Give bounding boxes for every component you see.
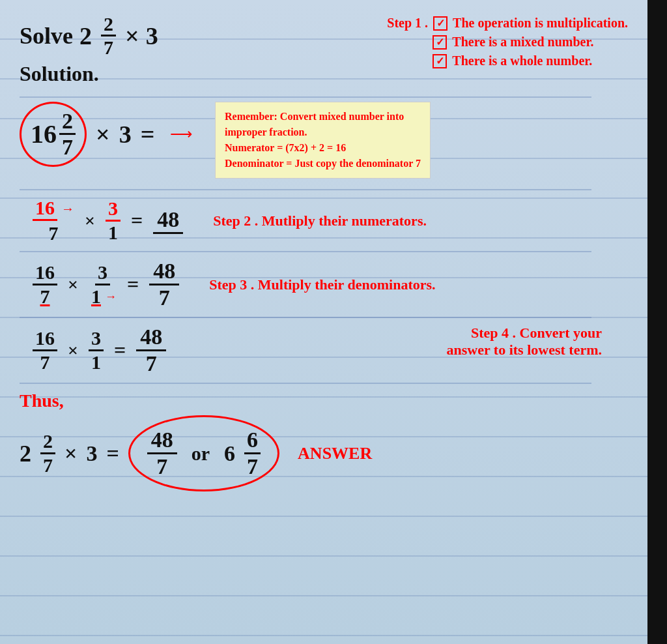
answer-circle: 48 7 or 6 6 7 <box>128 415 279 491</box>
checkbox-1 <box>433 16 447 31</box>
equals-1: = <box>141 120 155 149</box>
times-s3: × <box>68 274 78 295</box>
divider-2 <box>20 189 591 190</box>
times-s4: × <box>68 340 78 361</box>
result-48-7-s4: 48 7 <box>136 325 166 376</box>
den-7-container-s3: 7 <box>38 285 53 308</box>
header-row: Solve 2 2 7 × 3 Solution. Step 1 . The o… <box>20 13 628 93</box>
den-1-s2: 1 <box>106 222 121 244</box>
or-text: or <box>192 443 210 465</box>
num-16-red: 16 <box>33 197 57 221</box>
right-arrow-1: ⟶ <box>170 125 192 143</box>
checkbox-3 <box>433 54 447 68</box>
whole-2-eq: 16 <box>31 119 57 149</box>
num-48-s3: 48 <box>149 259 179 285</box>
frac-2-7-ans: 2 7 <box>40 430 55 476</box>
right-border <box>647 0 667 644</box>
frac-large-den: 7 <box>59 135 76 159</box>
step1-item-3-row: There is a whole number. <box>387 53 628 68</box>
equals-s4: = <box>114 338 126 362</box>
step1-item-3: There is a whole number. <box>452 53 592 68</box>
frac-6-7-circle: 6 7 <box>244 428 261 479</box>
arrow-over-16: 16 → <box>33 197 74 221</box>
frac-48-7-circle: 48 7 <box>147 428 177 479</box>
remember-line3: Numerator = (7x2) + 2 = 16 <box>225 140 421 156</box>
divider-4 <box>20 317 591 318</box>
den-7-final: 7 <box>244 454 261 479</box>
num-48-s2: 48 <box>153 207 183 234</box>
frac-16-7-step3: 16 7 <box>33 261 57 308</box>
num-3-s3: 3 <box>95 261 110 285</box>
step1-label: Step 1 . <box>387 16 428 31</box>
frac-16-7-s4: 16 7 <box>33 327 57 373</box>
main-content: Solve 2 2 7 × 3 Solution. Step 1 . The o… <box>0 0 647 644</box>
num-6-circle: 6 <box>244 428 261 454</box>
three-ans: 3 <box>86 441 97 466</box>
den-1-s4: 1 <box>89 351 104 373</box>
thus-section: Thus, 2 2 7 × 3 = 48 7 or 6 6 7 <box>20 390 628 491</box>
den-1-container-s3: 1 → <box>89 285 117 308</box>
remember-line2: improper fraction. <box>225 124 421 140</box>
circled-mixed-number: 16 2 7 <box>20 102 87 167</box>
frac-16-7-step2: 16 → 7 <box>33 197 74 244</box>
step1-item-2-row: There is a mixed number. <box>387 35 628 50</box>
divider-3 <box>20 251 591 252</box>
three-op: 3 <box>119 120 132 149</box>
step4-label-box: Step 4 . Convert your answer to its lowe… <box>447 325 602 359</box>
num-3-red: 3 <box>106 198 121 222</box>
result-48-s2: 48 <box>153 207 183 234</box>
divider-5 <box>20 383 591 384</box>
eq-section-1: 16 2 7 × 3 = ⟶ Remember: Convert mixed n… <box>20 102 628 180</box>
frac-ans-den: 7 <box>40 454 55 476</box>
thus-label: Thus, <box>20 390 628 411</box>
frac-large-num: 2 <box>59 109 76 135</box>
whole-6-circle: 6 <box>224 441 235 466</box>
times-ans: × <box>64 441 77 466</box>
frac-numerator: 2 <box>101 13 116 37</box>
step4-section: 16 7 × 3 1 = 48 7 Step 4 . Convert your … <box>33 325 628 376</box>
solve-equation: Solve 2 2 7 × 3 <box>20 13 158 58</box>
step2-row: 16 → 7 × 3 1 = 48 Step 2 . Mutliply thei… <box>33 197 628 244</box>
den-7-result-s4: 7 <box>142 351 161 376</box>
den-7-s2: 7 <box>46 222 61 244</box>
num-48-circle: 48 <box>147 428 177 454</box>
step1-item-1: The operation is multiplication. <box>453 16 628 31</box>
step4-eq: 16 7 × 3 1 = 48 7 <box>33 325 166 376</box>
step4-label-line1: Step 4 . Convert your <box>447 325 602 342</box>
frac-3-1-s4: 3 1 <box>89 327 104 373</box>
multiplier: 3 <box>146 22 158 50</box>
frac-3-1-step3: 3 1 → <box>89 261 117 308</box>
step3-row: 16 7 × 3 1 → = 48 7 Step 3 . Multiply th… <box>33 259 628 310</box>
whole-2: 2 <box>79 22 92 50</box>
den-1-s3: 1 <box>89 285 104 308</box>
step1-item-2: There is a mixed number. <box>452 35 593 50</box>
remember-box: Remember: Convert mixed number into impr… <box>215 102 431 179</box>
solve-label: Solve <box>20 22 73 50</box>
den-7-s4: 7 <box>38 351 53 373</box>
num-16-s3: 16 <box>33 261 57 285</box>
den-7-s3: 7 <box>38 285 53 308</box>
frac-ans-num: 2 <box>40 430 55 454</box>
frac-large-2-7: 2 7 <box>59 109 76 160</box>
step3-label: Step 3 . Multiply their denominators. <box>209 276 435 293</box>
arrow-red-1: → <box>61 201 74 216</box>
remember-line4: Denominator = Just copy the denominator … <box>225 156 421 171</box>
answer-row: 2 2 7 × 3 = 48 7 or 6 6 7 ANSWE <box>20 415 628 491</box>
fraction-2-7: 2 7 <box>101 13 116 58</box>
remember-line1: Remember: Convert mixed number into <box>225 109 421 124</box>
step1-header: Step 1 . The operation is multiplication… <box>387 16 628 31</box>
frac-3-1-step2: 3 1 <box>106 198 121 244</box>
answer-label: ANSWER <box>298 444 372 463</box>
checkbox-2 <box>433 35 447 50</box>
step1-panel: Step 1 . The operation is multiplication… <box>387 16 628 68</box>
whole-ans-2: 2 <box>20 440 31 467</box>
num-16-s4: 16 <box>33 327 57 351</box>
step2-label: Step 2 . Mutliply their numerators. <box>213 212 427 229</box>
step4-label-line2: answer to its lowest term. <box>447 342 602 359</box>
num-48-s4: 48 <box>136 325 166 351</box>
den-arrow-s3: → <box>105 290 117 304</box>
equals-s3: = <box>127 272 139 297</box>
times-op-2: × <box>96 120 110 149</box>
num-3-s4: 3 <box>89 327 104 351</box>
equals-ans: = <box>106 441 119 466</box>
